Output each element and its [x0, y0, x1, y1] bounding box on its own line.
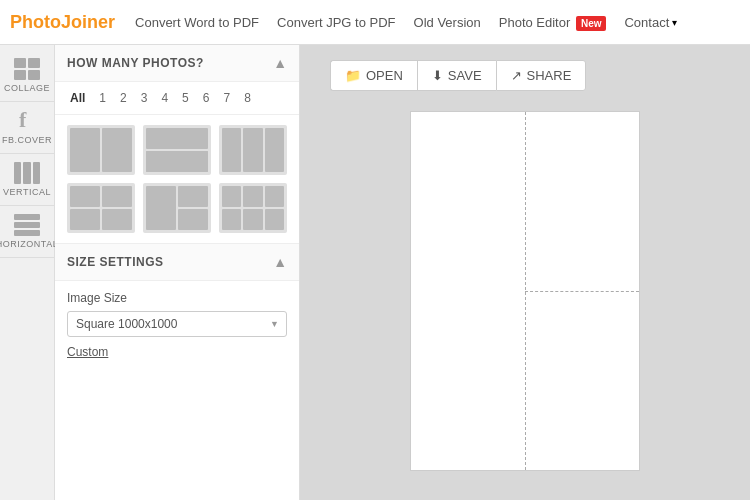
share-label: SHARE: [527, 68, 572, 83]
contact-caret-icon: ▾: [672, 17, 677, 28]
size-settings-title: SIZE SETTINGS: [67, 255, 164, 269]
count-5[interactable]: 5: [179, 90, 192, 106]
vertical-icon: [14, 162, 40, 184]
open-button[interactable]: 📁 OPEN: [330, 60, 417, 91]
sidebar-label-vertical: VERTICAL: [3, 187, 51, 197]
nav-item-convert-jpg[interactable]: Convert JPG to PDF: [277, 15, 395, 30]
count-6[interactable]: 6: [200, 90, 213, 106]
canvas-toolbar: 📁 OPEN ⬇ SAVE ↗ SHARE: [330, 60, 586, 91]
image-size-select-wrapper: Square 1000x1000 Landscape 1500x1000 Por…: [67, 311, 287, 337]
count-4[interactable]: 4: [158, 90, 171, 106]
open-label: OPEN: [366, 68, 403, 83]
collapse-icon[interactable]: ▲: [273, 55, 287, 71]
side-panel: HOW MANY PHOTOS? ▲ All 1 2 3 4 5 6 7 8: [55, 45, 300, 500]
sidebar-label-collage: COLLAGE: [4, 83, 50, 93]
layout-thumb-6[interactable]: [219, 183, 287, 233]
sidebar-item-vertical[interactable]: VERTICAL: [0, 154, 54, 206]
count-all[interactable]: All: [67, 90, 88, 106]
nav-item-old-version[interactable]: Old Version: [414, 15, 481, 30]
size-section: Image Size Square 1000x1000 Landscape 15…: [55, 281, 299, 369]
count-8[interactable]: 8: [241, 90, 254, 106]
layout-thumb-2[interactable]: [143, 125, 211, 175]
size-collapse-icon[interactable]: ▲: [273, 254, 287, 270]
layout-thumb-4[interactable]: [67, 183, 135, 233]
save-label: SAVE: [448, 68, 482, 83]
layout-thumb-1[interactable]: [67, 125, 135, 175]
photo-count-row: All 1 2 3 4 5 6 7 8: [55, 82, 299, 115]
share-icon: ↗: [511, 68, 522, 83]
canvas-frame: [410, 111, 640, 471]
navbar: PhotoJoiner Convert Word to PDF Convert …: [0, 0, 750, 45]
layout-grid: [55, 115, 299, 244]
count-2[interactable]: 2: [117, 90, 130, 106]
save-button[interactable]: ⬇ SAVE: [417, 60, 496, 91]
nav-links: Convert Word to PDF Convert JPG to PDF O…: [135, 15, 677, 30]
sidebar-label-horizontal: HORIZONTAL: [0, 239, 58, 249]
nav-item-contact[interactable]: Contact ▾: [624, 15, 677, 30]
site-logo[interactable]: PhotoJoiner: [10, 12, 115, 33]
custom-size-link[interactable]: Custom: [67, 345, 287, 359]
fb-cover-icon: [14, 110, 40, 132]
layout-thumb-5[interactable]: [143, 183, 211, 233]
logo-joiner: Joiner: [61, 12, 115, 32]
sidebar-item-collage[interactable]: COLLAGE: [0, 50, 54, 102]
size-settings-header: SIZE SETTINGS ▲: [55, 244, 299, 281]
sidebar-item-horizontal[interactable]: HORIZONTAL: [0, 206, 54, 258]
sidebar-item-fb-cover[interactable]: FB.COVER: [0, 102, 54, 154]
count-3[interactable]: 3: [138, 90, 151, 106]
layout-thumb-3[interactable]: [219, 125, 287, 175]
save-icon: ⬇: [432, 68, 443, 83]
how-many-title: HOW MANY PHOTOS?: [67, 56, 204, 70]
new-badge: New: [576, 16, 607, 31]
canvas-area: 📁 OPEN ⬇ SAVE ↗ SHARE: [300, 45, 750, 500]
horizontal-divider: [525, 291, 639, 292]
count-1[interactable]: 1: [96, 90, 109, 106]
open-icon: 📁: [345, 68, 361, 83]
image-size-label: Image Size: [67, 291, 287, 305]
sidebar-label-fb: FB.COVER: [2, 135, 52, 145]
sidebar: COLLAGE FB.COVER VERTICAL HORIZONTAL: [0, 45, 55, 500]
main-container: COLLAGE FB.COVER VERTICAL HORIZONTAL HOW…: [0, 45, 750, 500]
nav-item-convert-word[interactable]: Convert Word to PDF: [135, 15, 259, 30]
nav-item-photo-editor[interactable]: Photo Editor New: [499, 15, 607, 30]
share-button[interactable]: ↗ SHARE: [496, 60, 587, 91]
image-size-select[interactable]: Square 1000x1000 Landscape 1500x1000 Por…: [67, 311, 287, 337]
how-many-header: HOW MANY PHOTOS? ▲: [55, 45, 299, 82]
horizontal-icon: [14, 214, 40, 236]
logo-photo: Photo: [10, 12, 61, 32]
collage-icon: [14, 58, 40, 80]
count-7[interactable]: 7: [220, 90, 233, 106]
